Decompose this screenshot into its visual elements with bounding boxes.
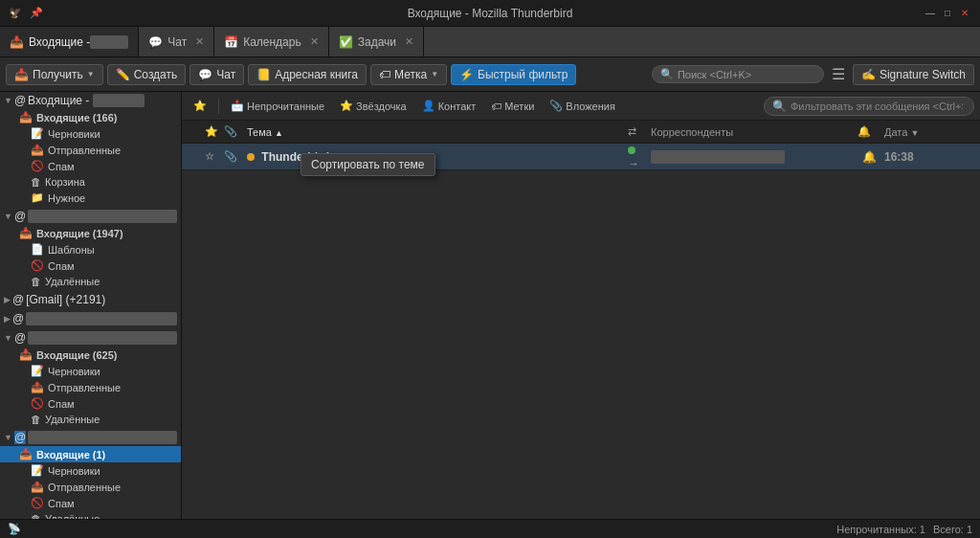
unread-icon: 📩 (231, 100, 244, 112)
tab-calendar[interactable]: 📅 Календарь ✕ (214, 27, 329, 56)
get-button[interactable]: 📥 Получить ▼ (6, 64, 103, 85)
close-button[interactable]: ✕ (957, 6, 972, 21)
col-status-header: 🔔 (858, 125, 880, 138)
tag-button[interactable]: 🏷 Метка ▼ (370, 64, 447, 85)
account1-label: Входящие - xxx (28, 94, 177, 107)
account6-header[interactable]: ▼ @ xxx (0, 429, 181, 446)
folder-trash-1[interactable]: 🗑 Корзина (0, 174, 181, 190)
folder-name-spam-5: Спам (48, 398, 177, 410)
folder-sent-5[interactable]: 📤 Отправленные (0, 379, 181, 395)
account1-header[interactable]: ▼ @ Входящие - xxx (0, 92, 181, 109)
folder-deleted-2[interactable]: 🗑 Удалённые (0, 274, 181, 289)
folder-spam-5[interactable]: 🚫 Спам (0, 395, 181, 412)
chat-toolbar-button[interactable]: 💬 Чат (189, 64, 244, 85)
col-date-header[interactable]: Дата ▼ (880, 126, 957, 138)
maximize-button[interactable]: □ (940, 6, 955, 21)
date-sort-icon: ▼ (910, 128, 919, 138)
menu-icon[interactable]: ☰ (828, 65, 849, 83)
create-button[interactable]: ✏️ Создать (107, 64, 187, 85)
folder-spam-2[interactable]: 🚫 Спам (0, 258, 181, 274)
folder-drafts-5[interactable]: 📝 Черновики (0, 363, 181, 379)
search-icon: 🔍 (660, 68, 674, 80)
account3-label: [Gmail] (+2191) (26, 293, 177, 306)
window-title: Входящие - Mozilla Thunderbird (408, 7, 573, 20)
search-input[interactable] (678, 69, 802, 80)
folder-inbox-6[interactable]: 📥 Входящие (1) (0, 446, 181, 462)
msg-star[interactable]: ☆ (205, 150, 224, 163)
folder-name-trash-1: Корзина (45, 176, 177, 188)
folder-name-sent-1: Отправленные (48, 145, 177, 156)
tags-filter-button[interactable]: 🏷 Метки (485, 99, 540, 114)
titlebar-left: 🦅 📌 (8, 6, 44, 21)
folder-needed-1[interactable]: 📁 Нужное (0, 190, 181, 206)
account2-header[interactable]: ▼ @ xxx (0, 208, 181, 225)
folder-drafts-1[interactable]: 📝 Черновики (0, 125, 181, 142)
spam-icon: 🚫 (31, 160, 44, 172)
account4-label: xxx (26, 312, 177, 325)
calendar-tab-close[interactable]: ✕ (310, 35, 319, 48)
folder-inbox-5[interactable]: 📥 Входящие (625) (0, 347, 181, 363)
address-book-button[interactable]: 📒 Адресная книга (248, 64, 367, 85)
folder-inbox-1[interactable]: 📥 Входящие (166) (0, 109, 181, 125)
spam2-icon: 🚫 (31, 259, 44, 272)
message-filter-search[interactable]: 🔍 (764, 97, 974, 116)
minimize-button[interactable]: — (923, 6, 938, 21)
get-icon: 📥 (14, 68, 29, 81)
tab-chat[interactable]: 💬 Чат ✕ (139, 27, 214, 56)
folder-sent-6[interactable]: 📤 Отправленные (0, 479, 181, 495)
col-thread-header: ⇄ (628, 125, 647, 138)
sent6-icon: 📤 (31, 481, 44, 493)
folder-spam-6[interactable]: 🚫 Спам (0, 495, 181, 511)
folder-drafts-6[interactable]: 📝 Черновики (0, 462, 181, 479)
folder-name-drafts-1: Черновики (48, 128, 177, 140)
folder-sent-1[interactable]: 📤 Отправленные (0, 142, 181, 158)
account4-icon: @ (12, 312, 24, 325)
unread-filter-button[interactable]: 📩 Непрочитанные (225, 98, 330, 114)
tasks-tab-close[interactable]: ✕ (405, 35, 413, 48)
msg-forward-arrow: → (628, 157, 639, 170)
col-subject-header[interactable]: Тема ▲ Сортировать по теме (243, 126, 628, 138)
tab-tasks[interactable]: ✅ Задачи ✕ (329, 27, 424, 56)
all-messages-button[interactable]: ⭐ (188, 98, 212, 114)
quick-filter-button[interactable]: ⚡ Быстрый фильтр (451, 64, 576, 85)
tabbar: 📥 Входящие - 💬 Чат ✕ 📅 Календарь ✕ ✅ Зад… (0, 27, 980, 57)
star-icon: ⭐ (340, 100, 353, 112)
signature-switch-icon: ✍️ (861, 68, 876, 81)
starred-filter-button[interactable]: ⭐ Звёздочка (334, 98, 412, 114)
folder-deleted-5[interactable]: 🗑 Удалённые (0, 412, 181, 427)
account5-header[interactable]: ▼ @ xxx (0, 329, 181, 347)
quick-filter-icon: ⚡ (459, 68, 474, 81)
inbox5-icon: 📥 (19, 348, 33, 361)
chat-tab-close[interactable]: ✕ (195, 35, 204, 48)
col-from-header[interactable]: Корреспонденты (647, 126, 858, 138)
folder-deleted-6[interactable]: 🗑 Удалённые (0, 511, 181, 519)
address-book-icon: 📒 (256, 68, 271, 81)
account4-header[interactable]: ▶ @ xxx (0, 310, 181, 327)
folder-name-inbox-5: Входящие (625) (36, 349, 177, 361)
calendar-tab-icon: 📅 (224, 35, 238, 49)
date-col-label: Дата (884, 126, 907, 138)
message-filter-input[interactable] (791, 101, 963, 112)
spam5-icon: 🚫 (31, 397, 44, 410)
account3-header[interactable]: ▶ @ [Gmail] (+2191) (0, 291, 181, 308)
create-label: Создать (134, 68, 178, 81)
unread-label: Непрочитанные (247, 101, 324, 112)
attachments-filter-button[interactable]: 📎 Вложения (544, 98, 621, 114)
message-list-header: ⭐ 📎 Тема ▲ Сортировать по теме ⇄ Корресп… (182, 121, 980, 144)
msg-attachment: 📎 (224, 150, 243, 163)
main-layout: ▼ @ Входящие - xxx 📥 Входящие (166) 📝 Че… (0, 92, 980, 519)
folder-spam-1[interactable]: 🚫 Спам (0, 158, 181, 174)
account6-expand-icon: ▼ (4, 433, 12, 442)
folder-templates-2[interactable]: 📄 Шаблоны (0, 241, 181, 258)
search-box[interactable]: 🔍 (652, 65, 824, 83)
signature-switch-button[interactable]: ✍️ Signature Switch (853, 64, 974, 85)
folder-name-inbox-1: Входящие (166) (36, 112, 177, 123)
unread-count: Непрочитанных: 1 (836, 524, 925, 535)
folder-inbox-2[interactable]: 📥 Входящие (1947) (0, 225, 181, 241)
account5-icon: @ (14, 331, 26, 345)
tab-inbox[interactable]: 📥 Входящие - (0, 27, 139, 56)
drafts5-icon: 📝 (31, 365, 44, 377)
account5-label: xxx (28, 331, 177, 345)
account3-icon: @ (12, 293, 24, 306)
contacts-filter-button[interactable]: 👤 Контакт (416, 98, 482, 114)
